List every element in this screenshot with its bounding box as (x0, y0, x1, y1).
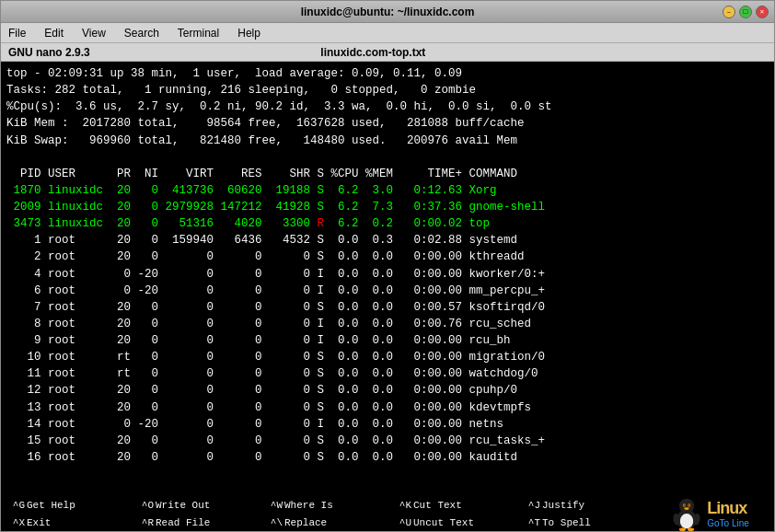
menu-search[interactable]: Search (121, 25, 163, 41)
menu-view[interactable]: View (78, 25, 110, 41)
svg-point-1 (680, 514, 693, 528)
shortcut-label: Justify (542, 500, 584, 511)
svg-point-2 (679, 499, 694, 514)
shortcut-item[interactable]: ^J Justify (516, 496, 645, 514)
shortcut-label: Where Is (284, 500, 333, 511)
shortcut-item[interactable]: ^\ Replace (259, 514, 388, 531)
table-row: 8 root 20 0 0 0 0 I 0.0 0.0 0:00.76 rcu_… (6, 316, 769, 332)
nano-filename: linuxidc.com-top.txt (320, 46, 425, 59)
shortcut-key: ^U (389, 517, 411, 528)
svg-point-7 (684, 507, 688, 510)
shortcut-label: Exit (27, 517, 51, 528)
shortcut-item[interactable]: ^U Uncut Text (388, 514, 516, 531)
window-title: linuxidc@ubuntu: ~/linuxidc.com (52, 6, 723, 18)
shortcut-label: Read File (156, 517, 210, 528)
shortcut-column: ^J Justify ^T To Spell (516, 496, 645, 531)
logo-area: Linux GoTo Line (645, 496, 774, 531)
shortcut-column: ^W Where Is ^\ Replace (259, 496, 388, 531)
shortcut-label: Replace (284, 517, 327, 528)
linux-brand-text: Linux GoTo Line (707, 499, 749, 528)
table-row: 3473 linuxidc 20 0 51316 4020 3300 R 6.2… (6, 215, 769, 232)
svg-point-9 (688, 527, 694, 531)
shortcut-item[interactable]: ^K Cut Text (388, 496, 516, 514)
shortcut-item[interactable]: ^T To Spell (516, 514, 645, 531)
maximize-button[interactable]: □ (739, 6, 752, 18)
svg-point-5 (684, 504, 685, 505)
shortcut-column: ^G Get Help ^X Exit (1, 496, 130, 531)
shortcut-key: ^O (132, 500, 154, 511)
table-row: 2 root 20 0 0 0 0 S 0.0 0.0 0:00.00 kthr… (6, 249, 769, 265)
info-line: top - 02:09:31 up 38 min, 1 user, load a… (6, 65, 769, 82)
shortcut-key: ^W (260, 500, 283, 511)
menu-bar: File Edit View Search Terminal Help (1, 23, 774, 43)
minimize-button[interactable]: – (723, 6, 735, 18)
shortcut-label: Uncut Text (413, 517, 474, 528)
table-row: 14 root 0 -20 0 0 0 I 0.0 0.0 0:00.00 ne… (6, 416, 769, 433)
table-row: 12 root 20 0 0 0 0 S 0.0 0.0 0:00.00 cpu… (6, 382, 769, 399)
table-row: 1 root 20 0 159940 6436 4532 S 0.0 0.3 0… (6, 232, 769, 249)
title-bar: linuxidc@ubuntu: ~/linuxidc.com – □ ✕ (1, 1, 774, 23)
main-window: linuxidc@ubuntu: ~/linuxidc.com – □ ✕ Fi… (0, 0, 775, 532)
menu-file[interactable]: File (5, 25, 29, 41)
shortcut-key: ^G (3, 500, 25, 511)
table-row: 11 root rt 0 0 0 0 S 0.0 0.0 0:00.00 wat… (6, 365, 769, 382)
shortcut-item[interactable]: ^W Where Is (259, 496, 388, 514)
table-row: 7 root 20 0 0 0 0 S 0.0 0.0 0:00.57 ksof… (6, 299, 769, 316)
table-row: 16 root 20 0 0 0 0 S 0.0 0.0 0:00.00 kau… (6, 449, 769, 466)
table-row: 15 root 20 0 0 0 0 S 0.0 0.0 0:00.00 rcu… (6, 433, 769, 449)
nano-version: GNU nano 2.9.3 (8, 46, 90, 59)
table-row: 10 root rt 0 0 0 0 S 0.0 0.0 0:00.00 mig… (6, 349, 769, 365)
linux-label: Linux (707, 499, 749, 518)
table-header: PID USER PR NI VIRT RES SHR S %CPU %MEM … (6, 166, 769, 182)
table-row: 4 root 0 -20 0 0 0 I 0.0 0.0 0:00.00 kwo… (6, 266, 769, 283)
shortcut-item[interactable]: ^R Read File (130, 514, 259, 531)
menu-edit[interactable]: Edit (40, 25, 67, 41)
svg-point-6 (688, 504, 689, 505)
table-row: 1870 linuxidc 20 0 413736 60620 19188 S … (6, 182, 769, 199)
shortcut-bar: ^G Get Help ^X Exit ^O Write Out ^R Read… (1, 496, 774, 531)
info-line: KiB Swap: 969960 total, 821480 free, 148… (6, 133, 769, 149)
window-controls: – □ ✕ (723, 6, 769, 18)
shortcut-column: ^O Write Out ^R Read File (130, 496, 259, 531)
info-line: Tasks: 282 total, 1 running, 216 sleepin… (6, 82, 769, 98)
shortcut-item[interactable]: ^O Write Out (130, 496, 259, 514)
shortcut-key: ^K (389, 500, 411, 511)
shortcut-key: ^T (518, 517, 540, 528)
table-row: 6 root 0 -20 0 0 0 I 0.0 0.0 0:00.00 mm_… (6, 283, 769, 299)
shortcut-item[interactable]: ^X Exit (1, 514, 130, 531)
menu-help[interactable]: Help (234, 25, 264, 41)
close-button[interactable]: ✕ (756, 6, 769, 18)
table-row: 2009 linuxidc 20 0 2979928 147212 41928 … (6, 199, 769, 215)
goto-line-label: GoTo Line (707, 518, 749, 528)
shortcut-label: Cut Text (413, 500, 462, 511)
tux-icon (670, 496, 703, 531)
table-row: 9 root 20 0 0 0 0 I 0.0 0.0 0:00.00 rcu_… (6, 332, 769, 349)
shortcut-key: ^J (518, 500, 540, 511)
shortcut-key: ^R (132, 517, 154, 528)
shortcut-key: ^\ (260, 517, 283, 528)
shortcut-label: Get Help (27, 500, 75, 511)
terminal-content: top - 02:09:31 up 38 min, 1 user, load a… (1, 62, 774, 496)
shortcut-column: ^K Cut Text ^U Uncut Text (388, 496, 516, 531)
shortcut-key: ^X (3, 517, 25, 528)
info-line: %Cpu(s): 3.6 us, 2.7 sy, 0.2 ni, 90.2 id… (6, 98, 769, 115)
info-line: KiB Mem : 2017280 total, 98564 free, 163… (6, 115, 769, 132)
svg-point-8 (679, 527, 686, 531)
linux-logo: Linux GoTo Line (670, 496, 749, 531)
shortcut-item[interactable]: ^G Get Help (1, 496, 130, 514)
nano-status-bar: GNU nano 2.9.3 linuxidc.com-top.txt (1, 43, 774, 62)
shortcut-label: To Spell (542, 517, 591, 528)
shortcut-label: Write Out (156, 500, 210, 511)
table-row: 13 root 20 0 0 0 0 S 0.0 0.0 0:00.00 kde… (6, 399, 769, 416)
menu-terminal[interactable]: Terminal (174, 25, 223, 41)
